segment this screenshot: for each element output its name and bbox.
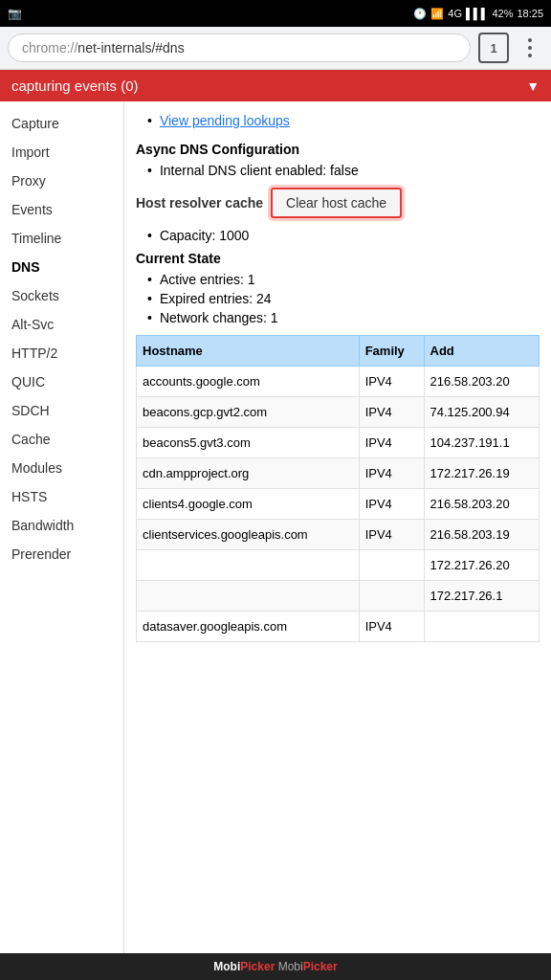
battery-percent: 42% <box>492 8 513 19</box>
active-entries-item: Active entries: 1 <box>147 272 540 287</box>
family-cell: IPV4 <box>359 428 424 458</box>
table-row: clientservices.googleapis.comIPV4216.58.… <box>137 520 540 550</box>
main-layout: Capture Import Proxy Events Timeline DNS… <box>0 101 551 970</box>
dns-table: Hostname Family Add accounts.google.comI… <box>136 335 540 642</box>
sidebar-item-hsts[interactable]: HSTS <box>0 482 123 511</box>
sidebar: Capture Import Proxy Events Timeline DNS… <box>0 101 124 970</box>
sidebar-item-events[interactable]: Events <box>0 195 123 224</box>
sidebar-item-import[interactable]: Import <box>0 138 123 167</box>
table-header-row: Hostname Family Add <box>137 336 540 367</box>
expired-entries-item: Expired entries: 24 <box>147 291 540 306</box>
sidebar-item-modules[interactable]: Modules <box>0 454 123 482</box>
addr-cell: 172.217.26.19 <box>424 458 539 489</box>
hostname-cell: beacons5.gvt3.com <box>137 428 360 458</box>
status-right: 🕐 📶 4G ▌▌▌ 42% 18:25 <box>413 8 543 20</box>
hostname-cell: clientservices.googleapis.com <box>137 520 360 550</box>
view-pending-lookups-link[interactable]: View pending lookups <box>160 113 290 128</box>
table-row: accounts.google.comIPV4216.58.203.20 <box>137 367 540 397</box>
dns-content: View pending lookups Async DNS Configura… <box>124 101 551 970</box>
table-row: cdn.ampproject.orgIPV4172.217.26.19 <box>137 458 540 489</box>
url-input[interactable]: chrome://net-internals/#dns <box>8 33 471 62</box>
addr-cell: 104.237.191.1 <box>424 428 539 458</box>
camera-icon: 📷 <box>8 7 22 20</box>
url-scheme: chrome:// <box>22 40 77 56</box>
capturing-events-bar[interactable]: capturing events (0) ▼ <box>0 70 551 101</box>
watermark-brand1: Mobi <box>213 960 240 970</box>
clock-icon: 🕐 <box>413 8 427 20</box>
url-host: net-internals/#dns <box>77 40 184 56</box>
sidebar-item-http2[interactable]: HTTP/2 <box>0 339 123 368</box>
addr-cell: 74.125.200.94 <box>424 397 539 428</box>
table-row: 172.217.26.20 <box>137 550 540 581</box>
sidebar-item-cache[interactable]: Cache <box>0 425 123 454</box>
menu-dot-2 <box>528 46 532 50</box>
host-resolver-label: Host resolver cache <box>136 195 263 211</box>
sidebar-item-proxy[interactable]: Proxy <box>0 167 123 195</box>
table-row: datasaver.googleapis.comIPV4 <box>137 612 540 642</box>
hostname-header: Hostname <box>137 336 360 367</box>
sidebar-item-bandwidth[interactable]: Bandwidth <box>0 511 123 540</box>
signal-4g: 4G <box>448 8 462 19</box>
hostname-cell <box>137 550 360 581</box>
async-dns-title: Async DNS Configuration <box>136 142 540 157</box>
host-resolver-row: Host resolver cache Clear host cache <box>136 188 540 218</box>
wifi-icon: 📶 <box>430 8 444 20</box>
hostname-cell: datasaver.googleapis.com <box>137 612 360 642</box>
addr-cell: 216.58.203.20 <box>424 489 539 520</box>
sidebar-item-dns[interactable]: DNS <box>0 253 123 281</box>
hostname-cell: clients4.google.com <box>137 489 360 520</box>
family-cell <box>359 581 424 612</box>
table-row: 172.217.26.1 <box>137 581 540 612</box>
hostname-cell: cdn.ampproject.org <box>137 458 360 489</box>
sidebar-item-sdch[interactable]: SDCH <box>0 396 123 425</box>
status-bar: 📷 🕐 📶 4G ▌▌▌ 42% 18:25 <box>0 0 551 27</box>
family-cell: IPV4 <box>359 520 424 550</box>
address-bar: chrome://net-internals/#dns 1 <box>0 27 551 70</box>
menu-dot-3 <box>528 54 532 57</box>
menu-dot-1 <box>528 38 532 42</box>
capturing-arrow-icon: ▼ <box>526 78 540 94</box>
family-cell: IPV4 <box>359 612 424 642</box>
watermark-bar: Mobi Picker Mobi Picker <box>0 953 551 970</box>
addr-cell: 216.58.203.20 <box>424 367 539 397</box>
tab-count-button[interactable]: 1 <box>478 33 509 63</box>
addr-cell: 172.217.26.1 <box>424 581 539 612</box>
hostname-cell <box>137 581 360 612</box>
addr-header: Add <box>424 336 539 367</box>
hostname-cell: accounts.google.com <box>137 367 360 397</box>
network-changes-item: Network changes: 1 <box>147 310 540 325</box>
addr-cell <box>424 612 539 642</box>
sidebar-item-sockets[interactable]: Sockets <box>0 281 123 310</box>
table-row: beacons5.gvt3.comIPV4104.237.191.1 <box>137 428 540 458</box>
family-header: Family <box>359 336 424 367</box>
family-cell: IPV4 <box>359 489 424 520</box>
sidebar-item-timeline[interactable]: Timeline <box>0 224 123 253</box>
time-display: 18:25 <box>517 8 543 19</box>
capturing-events-label: capturing events (0) <box>11 78 139 94</box>
addr-cell: 172.217.26.20 <box>424 550 539 581</box>
status-left: 📷 <box>8 7 22 20</box>
watermark-copy2: Picker <box>303 960 338 970</box>
current-state-title: Current State <box>136 251 540 266</box>
clear-host-cache-button[interactable]: Clear host cache <box>271 188 402 218</box>
sidebar-item-capture[interactable]: Capture <box>0 109 123 138</box>
sidebar-item-prerender[interactable]: Prerender <box>0 540 123 568</box>
sidebar-item-quic[interactable]: QUIC <box>0 368 123 396</box>
capacity-item: Capacity: 1000 <box>147 228 540 243</box>
watermark-copy: Mobi <box>278 960 303 970</box>
family-cell: IPV4 <box>359 458 424 489</box>
family-cell: IPV4 <box>359 367 424 397</box>
family-cell <box>359 550 424 581</box>
hostname-cell: beacons.gcp.gvt2.com <box>137 397 360 428</box>
watermark-brand2: Picker <box>240 960 275 970</box>
table-row: clients4.google.comIPV4216.58.203.20 <box>137 489 540 520</box>
addr-cell: 216.58.203.19 <box>424 520 539 550</box>
signal-bars: ▌▌▌ <box>466 8 488 19</box>
menu-button[interactable] <box>517 34 543 61</box>
async-dns-item-1: Internal DNS client enabled: false <box>147 163 540 178</box>
family-cell: IPV4 <box>359 397 424 428</box>
table-row: beacons.gcp.gvt2.comIPV474.125.200.94 <box>137 397 540 428</box>
sidebar-item-alt-svc[interactable]: Alt-Svc <box>0 310 123 339</box>
